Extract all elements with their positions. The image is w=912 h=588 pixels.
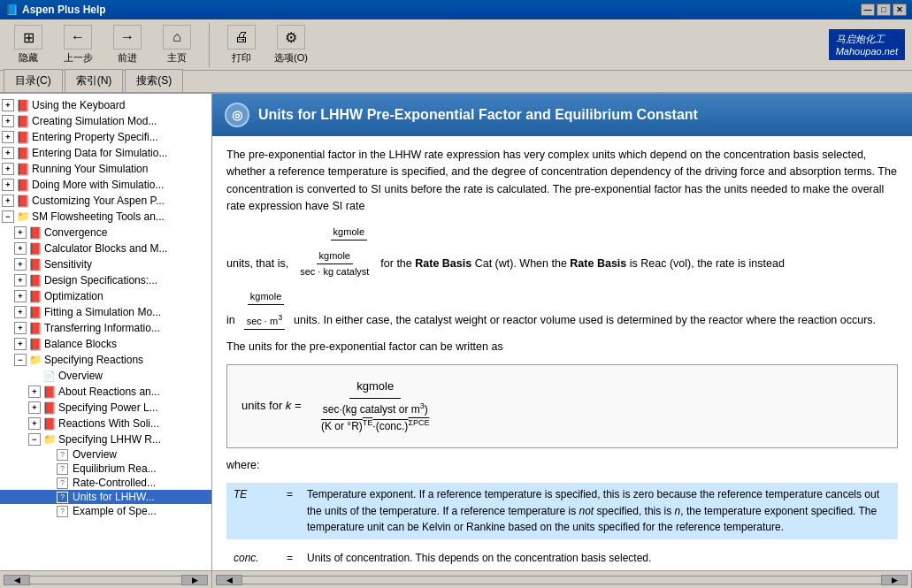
- sidebar-item-units-lhhw[interactable]: ? Units for LHHW...: [0, 490, 211, 504]
- expand-about[interactable]: +: [28, 386, 41, 398]
- sidebar-item-optimization[interactable]: + 📕 Optimization: [0, 288, 211, 304]
- tab-index[interactable]: 索引(N): [65, 69, 124, 92]
- options-label: 选项(O): [274, 51, 308, 65]
- sidebar-item-creating[interactable]: + 📕 Creating Simulation Mod...: [0, 113, 211, 129]
- sidebar-label-solid: Reactions With Soli...: [58, 417, 159, 430]
- sidebar-item-calc[interactable]: + 📕 Calculator Blocks and M...: [0, 241, 211, 256]
- h-scroll-left[interactable]: ◀: [4, 575, 30, 585]
- sidebar-item-solid[interactable]: + 📕 Reactions With Soli...: [0, 416, 211, 431]
- sidebar-item-specifying[interactable]: − 📁 Specifying Reactions: [0, 352, 211, 368]
- sidebar-item-lhhw-overview[interactable]: ? Overview: [0, 447, 211, 462]
- book-icon-6: 📕: [16, 178, 30, 192]
- sidebar-item-rate-controlled[interactable]: ? Rate-Controlled...: [0, 476, 211, 490]
- sidebar-item-fitting[interactable]: + 📕 Fitting a Simulation Mo...: [0, 304, 211, 320]
- home-label: 主页: [167, 51, 187, 65]
- expand-creating[interactable]: +: [2, 115, 14, 127]
- formula-k-label: units for k =: [241, 399, 302, 412]
- expand-calc[interactable]: +: [14, 242, 27, 255]
- sidebar-item-sensitivity[interactable]: + 📕 Sensitivity: [0, 256, 211, 272]
- folder-icon-lhhw: 📁: [42, 432, 57, 447]
- book-icon-9: 📕: [28, 241, 42, 256]
- h-scroll-content-left[interactable]: ◀: [216, 575, 242, 585]
- expand-lhhw[interactable]: −: [28, 433, 41, 446]
- sidebar-item-balance[interactable]: + 📕 Balance Blocks: [0, 336, 211, 352]
- expand-transferring[interactable]: +: [14, 322, 27, 334]
- units-num-1: kgmole: [331, 225, 367, 241]
- sidebar-item-sm[interactable]: − 📁 SM Flowsheeting Tools an...: [0, 209, 211, 225]
- sidebar-item-overview1[interactable]: 📄 Overview: [0, 368, 211, 384]
- minimize-button[interactable]: —: [861, 4, 875, 16]
- sidebar-item-convergence[interactable]: + 📕 Convergence: [0, 225, 211, 241]
- eq-te: =: [280, 483, 300, 539]
- expand-property[interactable]: +: [2, 131, 14, 143]
- expand-sensitivity[interactable]: +: [14, 258, 27, 271]
- maximize-button[interactable]: □: [877, 4, 891, 16]
- k-frac-num: kgmole: [349, 376, 401, 398]
- tab-contents[interactable]: 目录(C): [4, 69, 63, 92]
- hide-button[interactable]: ⊞ 隐藏: [7, 23, 50, 66]
- book-icon-3: 📕: [16, 130, 30, 144]
- sidebar-label-keyboard: Using the Keyboard: [32, 99, 125, 111]
- header-icon: ◎: [225, 103, 249, 127]
- content-body: The pre-exponential factor in the LHHW r…: [212, 136, 912, 570]
- expand-fitting[interactable]: +: [14, 306, 27, 318]
- sidebar: + 📕 Using the Keyboard + 📕 Creating Simu…: [0, 94, 212, 570]
- definitions-table: TE = Temperature exponent. If a referenc…: [226, 483, 898, 570]
- forward-button[interactable]: → 前进: [106, 23, 149, 66]
- expand-balance[interactable]: +: [14, 338, 27, 350]
- sidebar-label-power: Specifying Power L...: [58, 401, 158, 414]
- sidebar-item-example[interactable]: ? Example of Spe...: [0, 504, 211, 518]
- content-title: Units for LHHW Pre-Exponential Factor an…: [258, 107, 698, 123]
- sidebar-item-equilibrium[interactable]: ? Equilibrium Rea...: [0, 462, 211, 476]
- sidebar-item-keyboard[interactable]: + 📕 Using the Keyboard: [0, 97, 211, 113]
- sidebar-item-transferring[interactable]: + 📕 Transferring Informatio...: [0, 320, 211, 336]
- h-scroll-right[interactable]: ▶: [181, 575, 208, 585]
- book-icon-16: 📕: [42, 385, 57, 399]
- expand-convergence[interactable]: +: [14, 226, 27, 239]
- app-icon: 📘: [5, 4, 19, 16]
- sidebar-item-about[interactable]: + 📕 About Reactions an...: [0, 384, 211, 400]
- sidebar-label-about: About Reactions an...: [58, 386, 160, 398]
- book-icon-14: 📕: [28, 321, 42, 335]
- expand-specifying[interactable]: −: [14, 354, 27, 366]
- term-te: TE: [226, 483, 280, 539]
- h-scroll-content-right[interactable]: ▶: [881, 575, 908, 585]
- desc-conc: Units of concentration. This depends on …: [300, 546, 898, 570]
- expand-optimization[interactable]: +: [14, 290, 27, 302]
- expand-entering-data[interactable]: +: [2, 147, 14, 159]
- options-button[interactable]: ⚙ 选项(O): [270, 23, 312, 66]
- sidebar-item-design[interactable]: + 📕 Design Specifications:...: [0, 272, 211, 288]
- book-icon-15: 📕: [28, 337, 42, 351]
- sidebar-label-design: Design Specifications:...: [44, 274, 157, 286]
- expand-design[interactable]: +: [14, 274, 27, 286]
- sidebar-item-lhhw[interactable]: − 📁 Specifying LHHW R...: [0, 431, 211, 447]
- expand-keyboard[interactable]: +: [2, 99, 14, 111]
- sidebar-item-running[interactable]: + 📕 Running Your Simulation: [0, 161, 211, 177]
- sidebar-label-lhhw: Specifying LHHW R...: [58, 433, 161, 446]
- expand-power[interactable]: +: [28, 401, 41, 414]
- expand-running[interactable]: +: [2, 163, 14, 175]
- home-icon: ⌂: [163, 25, 191, 50]
- desc-te: Temperature exponent. If a reference tem…: [300, 483, 898, 539]
- expand-solid[interactable]: +: [28, 417, 41, 430]
- sidebar-label-equilibrium: Equilibrium Rea...: [73, 462, 157, 475]
- sidebar-item-doing[interactable]: + 📕 Doing More with Simulatio...: [0, 177, 211, 193]
- branding: 马启炮化工Mahoupao.net: [829, 29, 905, 60]
- sidebar-label-doing: Doing More with Simulatio...: [32, 179, 164, 191]
- expand-sm[interactable]: −: [2, 210, 14, 223]
- sidebar-item-property[interactable]: + 📕 Entering Property Specifi...: [0, 129, 211, 145]
- print-button[interactable]: 🖨 打印: [220, 23, 263, 66]
- expand-doing[interactable]: +: [2, 179, 14, 191]
- close-button[interactable]: ✕: [893, 4, 907, 16]
- folder-icon-spec: 📁: [28, 353, 42, 367]
- tab-search[interactable]: 搜索(S): [125, 69, 183, 92]
- back-button[interactable]: ← 上一步: [57, 23, 99, 66]
- sidebar-item-customizing[interactable]: + 📕 Customizing Your Aspen P...: [0, 193, 211, 209]
- home-button[interactable]: ⌂ 主页: [156, 23, 198, 66]
- book-icon-2: 📕: [16, 114, 30, 128]
- para4: The units for the pre-exponential factor…: [226, 339, 898, 355]
- book-icon-7: 📕: [16, 194, 30, 208]
- sidebar-item-entering-data[interactable]: + 📕 Entering Data for Simulatio...: [0, 145, 211, 161]
- expand-customizing[interactable]: +: [2, 195, 14, 207]
- sidebar-item-power[interactable]: + 📕 Specifying Power L...: [0, 400, 211, 416]
